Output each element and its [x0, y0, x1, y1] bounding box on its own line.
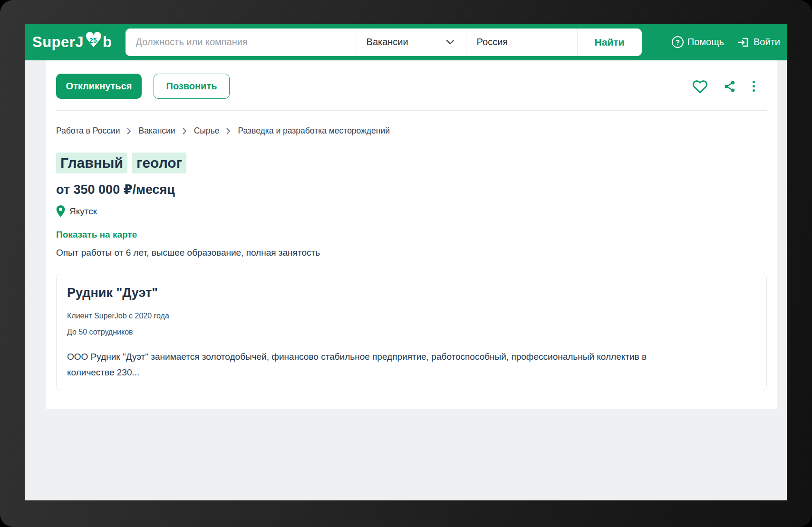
location-pin-icon [56, 205, 65, 217]
respond-button[interactable]: Откликнуться [56, 74, 142, 99]
login-icon [737, 37, 750, 48]
vacancy-icon-actions [692, 74, 756, 99]
company-name[interactable]: Рудник "Дуэт" [67, 285, 756, 301]
search-bar: Вакансии Найти [126, 29, 642, 56]
company-size: До 50 сотрудников [67, 328, 756, 336]
company-card[interactable]: Рудник "Дуэт" Клиент SuperJob с 2020 год… [56, 274, 767, 390]
favorite-button[interactable] [692, 79, 708, 94]
share-button[interactable] [723, 80, 736, 93]
help-icon: ? [672, 36, 684, 48]
breadcrumb-chevron-icon [183, 128, 187, 134]
vacancy-title: Главный геолог [56, 153, 186, 173]
vacancy-panel: Откликнуться Позвонить [46, 60, 777, 409]
search-category-value: Вакансии [367, 37, 408, 48]
vacancy-title-word: Главный [56, 153, 127, 173]
job-conditions: Опыт работы от 6 лет, высшее образование… [56, 248, 320, 258]
chevron-down-icon [446, 39, 454, 45]
search-submit-button[interactable]: Найти [577, 29, 642, 56]
company-client-since: Клиент SuperJob с 2020 года [67, 312, 756, 320]
location-city: Якутск [69, 206, 97, 217]
help-link[interactable]: ? Помощь [672, 36, 724, 48]
vacancy-actions: Откликнуться Позвонить [56, 74, 230, 99]
superjob-logo[interactable]: SuperJ ♥ 25 b [32, 33, 112, 52]
login-label: Войти [754, 37, 780, 48]
search-input[interactable] [126, 29, 356, 56]
breadcrumb-link-raw-materials[interactable]: Сырье [194, 126, 220, 136]
breadcrumb: Работа в России Вакансии Сырье Разведка … [56, 126, 390, 136]
logo-anniversary-number: 25 [86, 37, 100, 44]
breadcrumb-link-vacancies[interactable]: Вакансии [138, 126, 175, 136]
logo-text-suffix: b [103, 34, 112, 51]
breadcrumb-link-work-in-russia[interactable]: Работа в России [56, 126, 120, 136]
vacancy-title-word: геолог [132, 153, 186, 173]
share-icon [723, 80, 736, 93]
salary: от 350 000 ₽/месяц [56, 182, 175, 197]
region-input[interactable] [466, 29, 577, 56]
company-description: ООО Рудник "Дуэт" занимается золотодобыч… [67, 349, 685, 380]
logo-text-prefix: SuperJ [32, 34, 84, 51]
logo-heart-icon: ♥ 25 [84, 33, 102, 52]
more-menu-button[interactable] [752, 81, 756, 92]
top-navigation-bar: SuperJ ♥ 25 b Вакансии Найти [25, 24, 787, 60]
show-on-map-link[interactable]: Показать на карте [56, 230, 137, 240]
breadcrumb-chevron-icon [127, 128, 131, 134]
call-button[interactable]: Позвонить [154, 74, 230, 99]
topbar-right-group: ? Помощь Войти [672, 36, 780, 48]
breadcrumb-current: Разведка и разработка месторождений [238, 126, 390, 136]
heart-icon [692, 79, 708, 94]
breadcrumb-chevron-icon [226, 128, 231, 134]
divider [56, 110, 767, 111]
login-link[interactable]: Войти [737, 37, 780, 48]
desktop-background: SuperJ ♥ 25 b Вакансии Найти [0, 0, 812, 527]
location-row: Якутск [56, 205, 97, 217]
browser-page: SuperJ ♥ 25 b Вакансии Найти [25, 24, 787, 500]
help-label: Помощь [687, 37, 724, 48]
search-category-dropdown[interactable]: Вакансии [356, 29, 466, 56]
